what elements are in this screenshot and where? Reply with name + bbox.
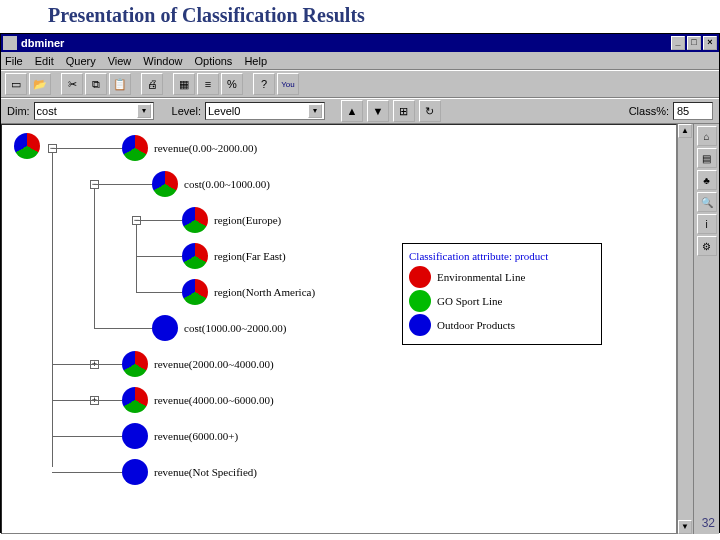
menu-options[interactable]: Options	[194, 55, 232, 67]
app-sysicon[interactable]	[3, 36, 17, 50]
tree-node[interactable]: revenue(Not Specified)	[122, 459, 257, 485]
class-input[interactable]: 85	[673, 102, 713, 120]
new-button[interactable]: ▭	[5, 73, 27, 95]
level-combo[interactable]: Level0 ▾	[205, 102, 325, 120]
settings-button[interactable]: ⚙	[697, 236, 717, 256]
pie-icon	[409, 266, 431, 288]
menu-help[interactable]: Help	[244, 55, 267, 67]
tree-canvas[interactable]: − − + + − revenue(0.00~2000.00) cost(0.0…	[1, 124, 677, 534]
node-label: revenue(Not Specified)	[154, 466, 257, 478]
tree-node[interactable]: cost(0.00~1000.00)	[152, 171, 270, 197]
back-button[interactable]: You	[277, 73, 299, 95]
copy-button[interactable]: ⧉	[85, 73, 107, 95]
tree-node[interactable]: revenue(0.00~2000.00)	[122, 135, 257, 161]
tool-collapse-button[interactable]: ▼	[367, 100, 389, 122]
node-label: revenue(4000.00~6000.00)	[154, 394, 274, 406]
node-label: region(North America)	[214, 286, 315, 298]
tool-grid-button[interactable]: ⊞	[393, 100, 415, 122]
zoom-button[interactable]: 🔍	[697, 192, 717, 212]
legend-title: Classification attribute: product	[409, 250, 591, 262]
tree-view-button[interactable]: ♣	[697, 170, 717, 190]
menu-file[interactable]: File	[5, 55, 23, 67]
pie-icon	[122, 459, 148, 485]
node-label: cost(0.00~1000.00)	[184, 178, 270, 190]
tree-hline	[52, 472, 122, 473]
print-button[interactable]: 🖨	[141, 73, 163, 95]
legend-item: Outdoor Products	[409, 314, 591, 336]
maximize-button[interactable]: □	[687, 36, 701, 50]
level-label: Level:	[172, 105, 201, 117]
tree-node[interactable]: region(Far East)	[182, 243, 286, 269]
paste-button[interactable]: 📋	[109, 73, 131, 95]
toolbar-params: Dim: cost ▾ Level: Level0 ▾ ▲ ▼ ⊞ ↻ Clas…	[1, 98, 719, 124]
toolbar-main: ▭ 📂 ✂ ⧉ 📋 🖨 ▦ ≡ % ? You	[1, 70, 719, 98]
view-chart-button[interactable]: %	[221, 73, 243, 95]
view-list-button[interactable]: ≡	[197, 73, 219, 95]
menu-query[interactable]: Query	[66, 55, 96, 67]
pie-icon	[182, 243, 208, 269]
titlebar: dbminer _ □ ×	[1, 34, 719, 52]
dim-combo[interactable]: cost ▾	[34, 102, 154, 120]
tree-hline	[52, 148, 122, 149]
tree-node[interactable]: cost(1000.00~2000.00)	[152, 315, 287, 341]
dim-label: Dim:	[7, 105, 30, 117]
tree-node[interactable]: revenue(4000.00~6000.00)	[122, 387, 274, 413]
tree-node[interactable]: revenue(2000.00~4000.00)	[122, 351, 274, 377]
pie-icon	[122, 423, 148, 449]
pie-icon	[122, 387, 148, 413]
home-button[interactable]: ⌂	[697, 126, 717, 146]
menu-view[interactable]: View	[108, 55, 132, 67]
tree-node[interactable]: region(Europe)	[182, 207, 281, 233]
info-button[interactable]: i	[697, 214, 717, 234]
scroll-up-button[interactable]: ▲	[678, 124, 692, 138]
tree-node[interactable]: region(North America)	[182, 279, 315, 305]
legend-label: GO Sport Line	[437, 295, 502, 307]
tree-root[interactable]	[14, 133, 40, 159]
close-button[interactable]: ×	[703, 36, 717, 50]
pie-icon	[14, 133, 40, 159]
pie-icon	[152, 315, 178, 341]
tree-hline	[52, 436, 122, 437]
pie-icon	[409, 290, 431, 312]
tool-expand-button[interactable]: ▲	[341, 100, 363, 122]
cut-button[interactable]: ✂	[61, 73, 83, 95]
tree-hline	[136, 256, 182, 257]
chevron-down-icon[interactable]: ▾	[137, 104, 151, 118]
tree-vline	[94, 183, 95, 329]
main-area: − − + + − revenue(0.00~2000.00) cost(0.0…	[1, 124, 719, 534]
chevron-down-icon[interactable]: ▾	[308, 104, 322, 118]
tree-hline	[136, 292, 182, 293]
tool-refresh-button[interactable]: ↻	[419, 100, 441, 122]
scroll-down-button[interactable]: ▼	[678, 520, 692, 534]
view-grid-button[interactable]: ▦	[173, 73, 195, 95]
legend-item: GO Sport Line	[409, 290, 591, 312]
tree-hline	[52, 364, 122, 365]
tree-hline	[136, 220, 182, 221]
menu-window[interactable]: Window	[143, 55, 182, 67]
slide-title: Presentation of Classification Results	[0, 0, 720, 33]
minimize-button[interactable]: _	[671, 36, 685, 50]
menu-edit[interactable]: Edit	[35, 55, 54, 67]
legend-label: Environmental Line	[437, 271, 525, 283]
page-number: 32	[702, 516, 715, 530]
scrollbar-vertical[interactable]: ▲ ▼	[677, 124, 693, 534]
node-label: revenue(0.00~2000.00)	[154, 142, 257, 154]
tree-vline	[52, 147, 53, 467]
window-buttons: _ □ ×	[671, 36, 717, 50]
node-label: revenue(2000.00~4000.00)	[154, 358, 274, 370]
pie-icon	[122, 135, 148, 161]
app-window: dbminer _ □ × File Edit Query View Windo…	[0, 33, 720, 533]
tree-hline	[94, 184, 152, 185]
tree-hline	[52, 400, 122, 401]
menubar: File Edit Query View Window Options Help	[1, 52, 719, 70]
dim-value: cost	[37, 105, 135, 117]
folder-button[interactable]: ▤	[697, 148, 717, 168]
side-toolbar: ⌂ ▤ ♣ 🔍 i ⚙	[693, 124, 719, 534]
tree-node[interactable]: revenue(6000.00+)	[122, 423, 238, 449]
help-button[interactable]: ?	[253, 73, 275, 95]
pie-icon	[122, 351, 148, 377]
open-button[interactable]: 📂	[29, 73, 51, 95]
pie-icon	[182, 207, 208, 233]
node-label: cost(1000.00~2000.00)	[184, 322, 287, 334]
node-label: region(Europe)	[214, 214, 281, 226]
